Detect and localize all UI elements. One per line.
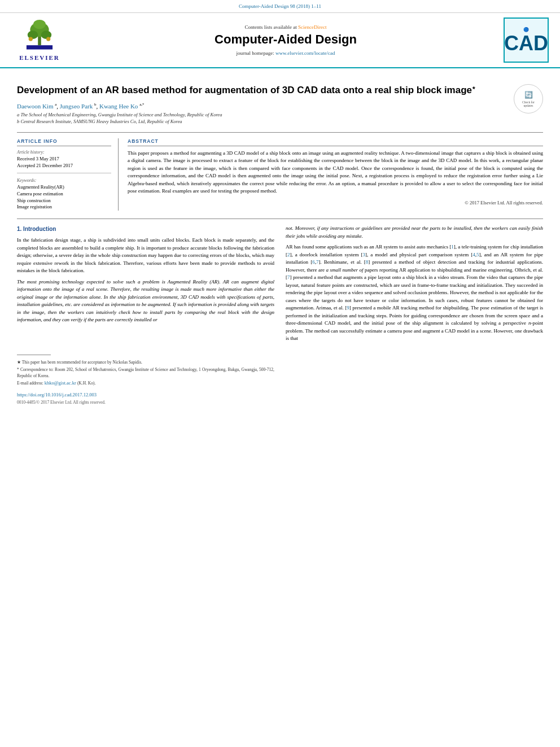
author-daewoon[interactable]: Daewoon Kim <box>17 103 53 110</box>
abstract-text: This paper proposes a method for augment… <box>128 150 543 195</box>
ref-9[interactable]: 9 <box>347 305 349 311</box>
email-suffix: (K.H. Ko). <box>77 381 96 386</box>
authors-line: Daewoon Kim a, Jungseo Park b, Kwang Hee… <box>17 102 505 110</box>
cad-logo-text: CAD <box>504 33 548 54</box>
issn-text: 0010-4485/© 2017 Elsevier Ltd. All right… <box>17 399 274 405</box>
contents-available: Contents lists available at ScienceDirec… <box>68 24 504 30</box>
svg-rect-0 <box>27 45 53 49</box>
homepage-link[interactable]: www.elsevier.com/locate/cad <box>275 50 335 56</box>
received-date: Received 3 May 2017 <box>17 156 111 161</box>
body-para-right-1-italic: not. Moreover, if any instructions or gu… <box>286 225 543 240</box>
cad-logo-box: 🔵 CAD <box>504 18 549 63</box>
email-link[interactable]: khko@gist.ac.kr <box>45 380 77 386</box>
abstract-col: ABSTRACT This paper proposes a method fo… <box>128 138 543 211</box>
history-divider <box>17 173 111 173</box>
footnote-divider <box>17 355 51 355</box>
ref-3[interactable]: 3 <box>362 252 365 257</box>
footnote-correspondence: * Correspondence to: Room 202, School of… <box>17 367 274 379</box>
footnote-star: ★ This paper has been recommended for ac… <box>17 360 274 366</box>
check-for-updates-badge: 🔄 Check forupdates <box>514 84 543 113</box>
elsevier-label: ELSEVIER <box>19 54 60 61</box>
science-direct-link[interactable]: ScienceDirect <box>298 24 326 30</box>
keyword-3: Ship construction <box>17 198 111 204</box>
ref-5[interactable]: 5 <box>476 252 479 257</box>
journal-name: Computer-Aided Design <box>68 32 504 47</box>
article-info-label: ARTICLE INFO <box>17 138 111 146</box>
elsevier-logo: ELSEVIER <box>11 19 68 61</box>
aff-b: b <box>94 102 97 107</box>
keyword-4: Image registration <box>17 204 111 211</box>
article-info-abstract: ARTICLE INFO Article history: Received 3… <box>17 138 543 211</box>
article-title: Development of an AR based method for au… <box>17 84 505 97</box>
ref-8[interactable]: 8 <box>366 259 369 265</box>
ref-4[interactable]: 4 <box>473 252 475 257</box>
svg-point-5 <box>33 20 46 29</box>
abstract-divider <box>17 219 543 219</box>
aff-a: a <box>55 102 56 107</box>
copyright-line: © 2017 Elsevier Ltd. All rights reserved… <box>128 200 543 206</box>
title-divider <box>17 132 543 133</box>
author-jungseo[interactable]: Jungseo Park <box>60 103 93 110</box>
aff-a2: a,* <box>139 102 144 107</box>
email-label: E-mail address: <box>17 381 43 386</box>
keyword-2: Camera pose estimation <box>17 191 111 198</box>
affiliation-b: b Central Research Institute, SAMSUNG He… <box>17 119 505 124</box>
section1-heading: 1. Introduction <box>17 225 274 233</box>
accepted-date: Accepted 21 December 2017 <box>17 163 111 168</box>
footnote-email-line: E-mail address: khko@gist.ac.kr (K.H. Ko… <box>17 380 274 387</box>
keywords-label: Keywords: <box>17 178 111 183</box>
doi-link[interactable]: https://doi.org/10.1016/j.cad.2017.12.00… <box>17 392 97 397</box>
svg-point-7 <box>46 37 50 41</box>
keyword-1: Augmented Reality(AR) <box>17 184 111 191</box>
ref-7[interactable]: 7 <box>316 259 319 265</box>
article-title-block: Development of an AR based method for au… <box>17 84 514 125</box>
journal-citation: Computer-Aided Design 98 (2018) 1–11 <box>239 3 321 9</box>
journal-top-bar: Computer-Aided Design 98 (2018) 1–11 <box>0 0 560 13</box>
article-title-section: Development of an AR based method for au… <box>17 84 543 125</box>
body-col-right: not. Moreover, if any instructions or gu… <box>286 225 543 405</box>
svg-point-6 <box>29 37 33 41</box>
body-col-left: 1. Introduction In the fabrication desig… <box>17 225 274 405</box>
elsevier-tree-icon <box>20 19 59 53</box>
body-content: 1. Introduction In the fabrication desig… <box>17 225 543 405</box>
journal-title-center: Contents lists available at ScienceDirec… <box>68 24 504 56</box>
ref-6[interactable]: 6 <box>312 259 315 265</box>
body-para-2-italic: The most promising technology expected t… <box>17 278 274 324</box>
article-info-col: ARTICLE INFO Article history: Received 3… <box>17 138 119 211</box>
homepage-line: journal homepage: www.elsevier.com/locat… <box>68 50 504 56</box>
cad-logo: 🔵 CAD <box>504 27 548 54</box>
journal-header: ELSEVIER Contents lists available at Sci… <box>0 13 560 68</box>
affiliation-a: a The School of Mechanical Engineering, … <box>17 112 505 117</box>
body-para-right-2: AR has found some applications such as a… <box>286 243 543 343</box>
ref-7b[interactable]: 7 <box>287 274 290 280</box>
body-para-1: In the fabrication design stage, a ship … <box>17 237 274 275</box>
star-marker: ★ <box>472 86 475 90</box>
author-kwang[interactable]: Kwang Hee Ko <box>99 103 138 110</box>
article-container: Development of an AR based method for au… <box>0 68 560 414</box>
ref-2[interactable]: 2 <box>287 252 290 257</box>
abstract-label: ABSTRACT <box>128 138 543 146</box>
ref-1[interactable]: 1 <box>451 244 454 250</box>
history-label: Article history: <box>17 150 111 155</box>
